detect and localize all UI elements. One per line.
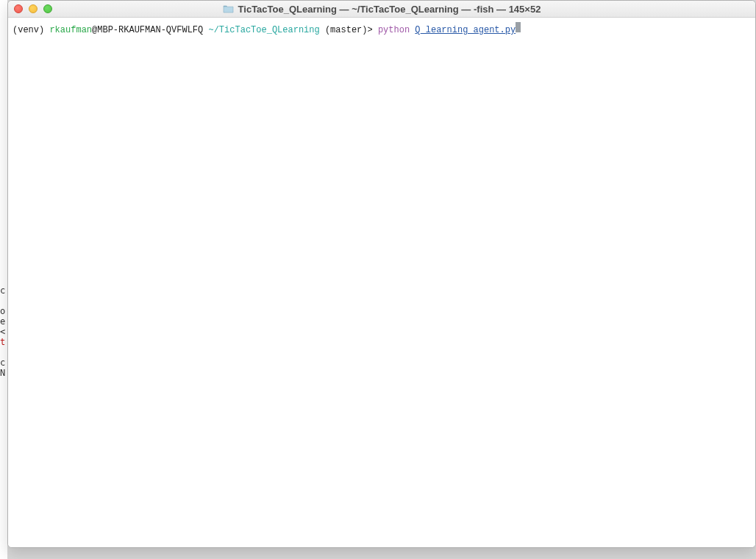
terminal-body[interactable]: (venv) rkaufman @MBP-RKAUFMAN-QVFWLFQ ~/… [8,18,755,547]
window-titlebar[interactable]: TicTacToe_QLearning — ~/TicTacToe_QLearn… [8,1,755,18]
remnant-line: t [0,337,7,347]
background-window-remnant: c o e < t c N [0,0,7,559]
prompt-host: @MBP-RKAUFMAN-QVFWLFQ [92,24,208,36]
remnant-line: c [0,285,7,296]
terminal-window: TicTacToe_QLearning — ~/TicTacToe_QLearn… [7,0,756,548]
folder-icon [223,4,234,13]
remnant-line: c [0,357,7,368]
maximize-button[interactable] [43,4,52,13]
window-title-area: TicTacToe_QLearning — ~/TicTacToe_QLearn… [8,4,755,15]
prompt-branch: (master)> [320,24,378,36]
window-controls [14,4,52,13]
remnant-line: o [0,306,7,316]
cursor-block [516,22,521,32]
venv-indicator: (venv) [13,24,49,36]
close-button[interactable] [14,4,23,13]
remnant-line: e [0,316,7,327]
prompt-path: ~/TicTacToe_QLearning [208,24,319,36]
remnant-line: N [0,368,7,378]
command-arg: Q_learning_agent.py [415,24,516,36]
window-title: TicTacToe_QLearning — ~/TicTacToe_QLearn… [238,4,541,15]
minimize-button[interactable] [29,4,38,13]
prompt-user: rkaufman [49,24,92,36]
remnant-line: < [0,327,7,337]
command-name: python [378,24,415,36]
prompt-line[interactable]: (venv) rkaufman @MBP-RKAUFMAN-QVFWLFQ ~/… [13,22,751,36]
